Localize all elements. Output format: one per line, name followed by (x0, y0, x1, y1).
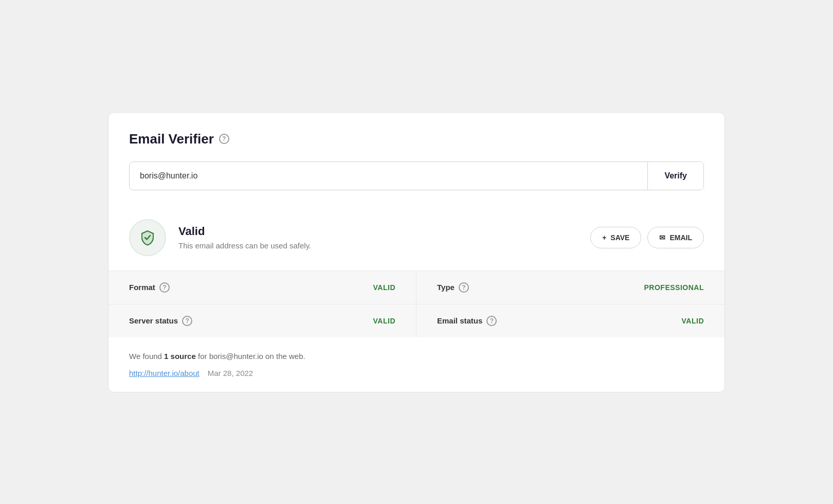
verify-button[interactable]: Verify (647, 162, 703, 190)
result-description: This email address can be used safely. (178, 241, 578, 250)
result-status: Valid (178, 225, 578, 238)
email-status-label: Email status ? (437, 316, 497, 326)
email-verifier-card: Email Verifier ? Verify Valid This email… (108, 112, 725, 392)
save-label: SAVE (610, 233, 629, 242)
server-status-label: Server status ? (129, 316, 192, 326)
server-status-cell: Server status ? VALID (108, 304, 416, 337)
result-section: Valid This email address can be used saf… (108, 205, 725, 271)
envelope-icon: ✉ (659, 233, 665, 242)
source-link[interactable]: http://hunter.io/about (129, 369, 200, 377)
server-status-help-icon[interactable]: ? (182, 316, 192, 326)
action-buttons: + SAVE ✉ EMAIL (590, 227, 704, 248)
table-row: Server status ? VALID Email status ? VAL… (108, 304, 725, 337)
email-input[interactable] (130, 162, 647, 190)
type-value: PROFESSIONAL (644, 283, 704, 292)
search-row: Verify (129, 161, 704, 190)
format-help-icon[interactable]: ? (159, 282, 170, 293)
format-label: Format ? (129, 282, 170, 293)
shield-circle (129, 219, 166, 256)
shield-icon (139, 229, 156, 246)
result-text: Valid This email address can be used saf… (178, 225, 578, 250)
title-row: Email Verifier ? (129, 131, 704, 147)
sources-count: 1 source (164, 352, 196, 361)
type-cell: Type ? PROFESSIONAL (416, 271, 725, 304)
details-table: Format ? VALID Type ? PROFESSIONAL Serve… (108, 271, 725, 337)
sources-section: We found 1 source for boris@hunter.io on… (108, 337, 725, 392)
plus-icon: + (602, 233, 606, 242)
title-help-icon[interactable]: ? (219, 134, 229, 144)
email-status-help-icon[interactable]: ? (486, 316, 497, 326)
server-status-value: VALID (373, 317, 395, 325)
email-status-cell: Email status ? VALID (416, 304, 725, 337)
save-button[interactable]: + SAVE (590, 227, 641, 248)
type-label: Type ? (437, 282, 469, 293)
source-date: Mar 28, 2022 (208, 369, 253, 377)
page-title: Email Verifier (129, 131, 214, 147)
email-label: EMAIL (669, 233, 692, 242)
card-header: Email Verifier ? Verify (108, 113, 725, 205)
email-button[interactable]: ✉ EMAIL (647, 227, 704, 248)
sources-text: We found 1 source for boris@hunter.io on… (129, 352, 704, 361)
format-cell: Format ? VALID (108, 271, 416, 304)
type-help-icon[interactable]: ? (459, 282, 469, 293)
table-row: Format ? VALID Type ? PROFESSIONAL (108, 271, 725, 304)
email-status-value: VALID (682, 317, 704, 325)
source-link-row: http://hunter.io/about Mar 28, 2022 (129, 369, 704, 377)
format-value: VALID (373, 283, 395, 292)
